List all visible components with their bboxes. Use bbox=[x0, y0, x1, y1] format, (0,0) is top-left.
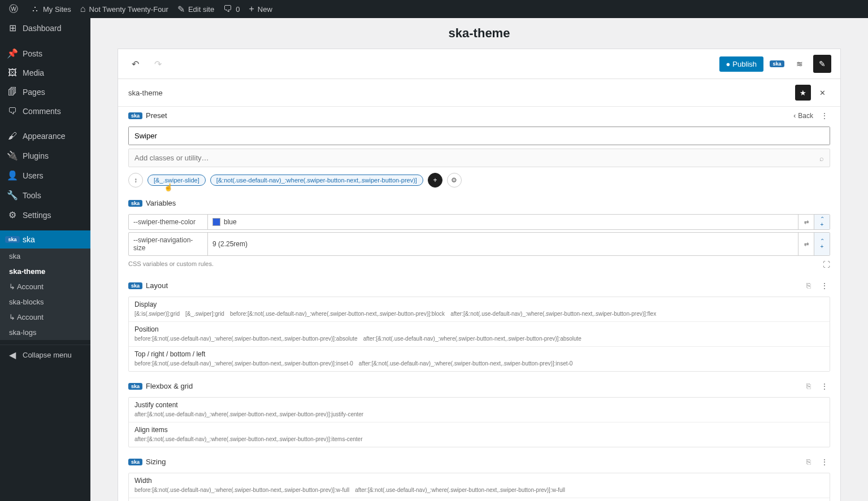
classes-search[interactable]: ⌕ bbox=[128, 149, 830, 167]
collapse-menu[interactable]: ◀Collapse menu bbox=[0, 345, 90, 365]
variable-value-field[interactable]: 9 (2.25rem) bbox=[208, 233, 798, 255]
variable-value-field[interactable]: blue bbox=[208, 215, 798, 229]
admin-bar-label: Not Twenty Twenty-Four bbox=[89, 5, 168, 14]
sidebar-item-media[interactable]: 🖾Media bbox=[0, 63, 90, 82]
add-chip-button[interactable]: + bbox=[428, 173, 442, 188]
sidebar-item-dashboard[interactable]: ⊞Dashboard bbox=[0, 18, 90, 38]
admin-bar-home[interactable]: ⌂Not Twenty Twenty-Four bbox=[76, 0, 173, 18]
ska-icon: ska bbox=[128, 459, 142, 465]
header-label: ska-theme bbox=[128, 89, 163, 97]
property-label: Display bbox=[134, 300, 824, 308]
variable-settings-button[interactable]: ⇄ bbox=[798, 215, 814, 229]
property-item[interactable]: Widthbefore:[&:not(.use-default-nav)_:wh… bbox=[129, 473, 830, 498]
admin-bar-mysites[interactable]: ⛬My Sites bbox=[26, 0, 76, 18]
back-label: Back bbox=[798, 112, 813, 120]
group-menu-button[interactable]: ⋮ bbox=[819, 382, 830, 390]
expand-all-button[interactable]: ⛶ bbox=[823, 260, 830, 269]
sidebar-item-label: Plugins bbox=[23, 151, 49, 160]
variable-settings-button[interactable]: ⇄ bbox=[798, 233, 814, 255]
property-label: Top / right / bottom / left bbox=[134, 350, 824, 358]
edit-mode-button[interactable]: ✎ bbox=[813, 55, 831, 73]
property-value: before:[&:not(.use-default-nav)_:where(.… bbox=[134, 486, 824, 494]
sidebar-sub-ska[interactable]: ska bbox=[0, 249, 90, 264]
sidebar-sub-account1[interactable]: ↳ Account bbox=[0, 279, 90, 294]
admin-bar-label: New bbox=[258, 5, 272, 14]
admin-bar-editsite[interactable]: ✎Edit site bbox=[173, 0, 219, 18]
sidebar-item-users[interactable]: 👤Users bbox=[0, 165, 90, 185]
preset-name-input[interactable] bbox=[129, 127, 830, 145]
wordpress-icon: ⓦ bbox=[9, 3, 18, 15]
property-item[interactable]: Top / right / bottom / leftbefore:[&:not… bbox=[129, 347, 830, 371]
variable-row: --swiper-theme-color blue ⇄ ⌃+ bbox=[128, 214, 830, 230]
variables-footer-text: CSS variables or custom rules. bbox=[128, 260, 214, 269]
property-label: Justify content bbox=[134, 401, 824, 409]
editor-panel: ↶ ↷ ●Publish ska ≋ ✎ ska-theme ★ ✕ skaPr… bbox=[118, 49, 841, 501]
property-item[interactable]: Min-width[&_.swiper-wrapper]:min-w-0[&:n… bbox=[129, 498, 830, 501]
property-group: Justify contentafter:[&:not(.use-default… bbox=[128, 397, 830, 447]
variable-value: 9 (2.25rem) bbox=[212, 240, 248, 248]
preset-menu-button[interactable]: ⋮ bbox=[819, 112, 830, 120]
undo-button[interactable]: ↶ bbox=[127, 56, 143, 72]
redo-button[interactable]: ↷ bbox=[150, 56, 166, 72]
editor-toolbar: ↶ ↷ ●Publish ska ≋ ✎ bbox=[118, 49, 840, 79]
back-button[interactable]: ‹Back bbox=[793, 112, 813, 120]
sidebar-sub-skatheme[interactable]: ska-theme bbox=[0, 264, 90, 279]
page-icon: 🗐 bbox=[7, 87, 18, 97]
chip-selector-2[interactable]: [&:not(.use-default-nav)_:where(.swiper-… bbox=[210, 175, 423, 186]
sidebar-sub-account2[interactable]: ↳ Account bbox=[0, 310, 90, 325]
sidebar-item-pages[interactable]: 🗐Pages bbox=[0, 82, 90, 102]
ska-icon: ska bbox=[128, 282, 142, 289]
clipboard-button[interactable]: ⎘ bbox=[804, 281, 813, 290]
sidebar-item-label: Comments bbox=[23, 107, 61, 116]
admin-bar-wp[interactable]: ⓦ bbox=[5, 0, 26, 18]
collapse-icon: ◀ bbox=[7, 350, 18, 360]
ska-logo-button[interactable]: ska bbox=[768, 55, 786, 73]
sidebar-item-comments[interactable]: 🗨Comments bbox=[0, 102, 90, 121]
sidebar-item-label: ska bbox=[23, 235, 35, 244]
publish-button[interactable]: ●Publish bbox=[719, 56, 764, 72]
classes-search-input[interactable] bbox=[129, 149, 830, 167]
property-item[interactable]: Positionbefore:[&:not(.use-default-nav)_… bbox=[129, 322, 830, 347]
property-value: after:[&:not(.use-default-nav)_:where(.s… bbox=[134, 435, 824, 443]
property-value: [&:is(.swiper)]:grid[&_.swiper]:gridbefo… bbox=[134, 310, 824, 318]
sidebar-sub-skablocks[interactable]: ska-blocks bbox=[0, 294, 90, 310]
sidebar-item-appearance[interactable]: 🖌Appearance bbox=[0, 127, 90, 146]
sidebar-item-settings[interactable]: ⚙Settings bbox=[0, 205, 90, 225]
clipboard-button[interactable]: ⎘ bbox=[804, 458, 813, 466]
close-button[interactable]: ✕ bbox=[814, 85, 830, 101]
page-title: ska-theme bbox=[90, 18, 868, 49]
property-item[interactable]: Justify contentafter:[&:not(.use-default… bbox=[129, 398, 830, 422]
group-menu-button[interactable]: ⋮ bbox=[819, 282, 830, 290]
clipboard-button[interactable]: ⎘ bbox=[804, 382, 813, 390]
group-menu-button[interactable]: ⋮ bbox=[819, 458, 830, 466]
sidebar-item-label: Users bbox=[23, 171, 44, 180]
sidebar-item-label: Posts bbox=[23, 49, 42, 58]
property-group: Widthbefore:[&:not(.use-default-nav)_:wh… bbox=[128, 473, 830, 501]
plugin-icon: 🔌 bbox=[7, 150, 18, 161]
sidebar-item-label: Settings bbox=[23, 211, 51, 220]
sidebar-item-plugins[interactable]: 🔌Plugins bbox=[0, 146, 90, 165]
sort-button[interactable]: ↕ bbox=[128, 173, 143, 188]
layers-button[interactable]: ≋ bbox=[791, 55, 809, 73]
section-label: Variables bbox=[146, 199, 176, 207]
ska-icon: ska bbox=[128, 383, 142, 390]
sidebar-item-ska[interactable]: skaska bbox=[0, 230, 90, 249]
home-icon: ⌂ bbox=[80, 4, 86, 14]
admin-bar-new[interactable]: +New bbox=[244, 0, 276, 18]
main-content: ska-theme ↶ ↷ ●Publish ska ≋ ✎ ska-theme… bbox=[90, 18, 868, 501]
favorite-button[interactable]: ★ bbox=[795, 85, 811, 101]
variable-expand-button[interactable]: ⌃+ bbox=[814, 215, 830, 229]
chip-selector-1[interactable]: [&_.swiper-slide] bbox=[147, 175, 206, 186]
sidebar-sub-skalogs[interactable]: ska-logs bbox=[0, 325, 90, 340]
chip-settings-button[interactable]: ⚙ bbox=[447, 173, 462, 188]
sidebar-item-tools[interactable]: 🔧Tools bbox=[0, 185, 90, 205]
ska-icon: ska bbox=[7, 236, 18, 243]
property-item[interactable]: Display[&:is(.swiper)]:grid[&_.swiper]:g… bbox=[129, 297, 830, 322]
variable-expand-button[interactable]: ⌃+ bbox=[814, 233, 830, 255]
sidebar-item-posts[interactable]: 📌Posts bbox=[0, 43, 90, 63]
preset-name-field[interactable] bbox=[128, 127, 830, 145]
property-item[interactable]: Align itemsafter:[&:not(.use-default-nav… bbox=[129, 422, 830, 447]
admin-bar-comments[interactable]: 🗨0 bbox=[219, 0, 244, 18]
ska-icon: ska bbox=[770, 60, 784, 67]
user-icon: 👤 bbox=[7, 170, 18, 181]
